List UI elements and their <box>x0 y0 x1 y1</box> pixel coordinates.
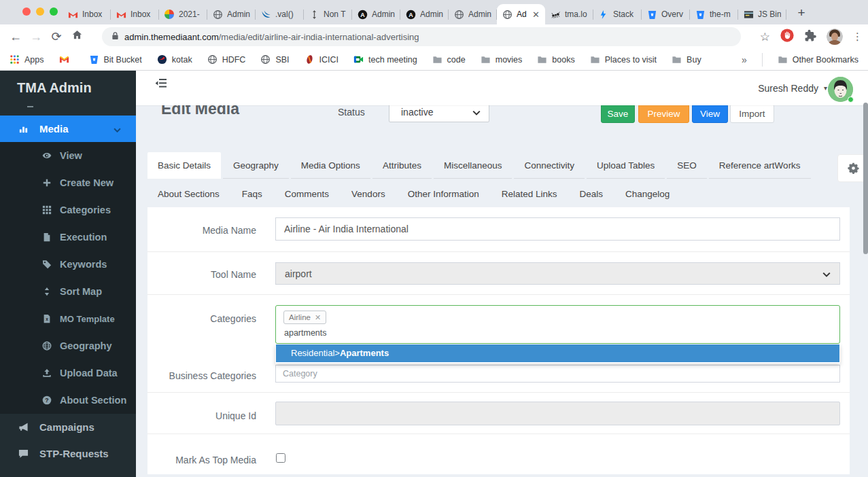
megaphone-icon <box>18 422 29 433</box>
tab-comments[interactable]: Comments <box>275 181 339 207</box>
browser-tab[interactable]: Stack <box>593 4 642 24</box>
sidebar-item-categories[interactable]: Categories <box>0 196 136 224</box>
tab-attributes[interactable]: Attributes <box>372 152 432 179</box>
bookmark-sbi[interactable]: SBI <box>260 54 289 65</box>
tab-deals[interactable]: Deals <box>570 181 614 207</box>
bookmark-folder-books[interactable]: books <box>537 54 574 65</box>
sidebar-item-sort-map[interactable]: Sort Map <box>0 278 136 305</box>
bookmark-hdfc[interactable]: HDFC <box>207 54 246 65</box>
user-menu[interactable]: Suresh Reddy ▾ <box>758 71 827 105</box>
close-window-button[interactable] <box>22 7 31 16</box>
page-scrollbar-thumb[interactable] <box>863 103 868 254</box>
browser-tab[interactable]: the-m <box>690 4 738 24</box>
tab-about-sections[interactable]: About Sections <box>147 181 230 207</box>
browser-tab-active[interactable]: Ad ✕ <box>497 4 545 24</box>
extensions-puzzle-icon[interactable] <box>804 29 817 45</box>
tab-faqs[interactable]: Faqs <box>232 181 273 207</box>
bookmark-bitbucket[interactable]: Bit Bucket <box>89 54 142 65</box>
reload-icon[interactable]: ⟳ <box>46 29 67 44</box>
bookmark-folder-buy[interactable]: Buy <box>672 54 701 65</box>
bookmark-icici[interactable]: ICICI <box>305 54 338 65</box>
adblock-extension-icon[interactable] <box>780 28 795 46</box>
browser-menu-kebab-icon[interactable]: ⋮ <box>852 31 863 43</box>
sidebar-item-geography[interactable]: Geography <box>0 332 136 359</box>
browser-tab[interactable]: Non T <box>304 4 352 24</box>
categories-tag-input[interactable]: Airline ✕ apartments <box>275 305 840 344</box>
address-bar[interactable]: admin.themediaant.com/media/edit/airline… <box>102 27 741 46</box>
suggestion-option[interactable]: Residential>Apartments <box>276 344 839 362</box>
tab-geography[interactable]: Geography <box>223 152 289 179</box>
maximize-window-button[interactable] <box>50 7 58 16</box>
mark-as-top-media-checkbox[interactable] <box>276 453 285 463</box>
tab-media-options[interactable]: Media Options <box>291 152 370 179</box>
sidebar-item-view[interactable]: View <box>0 142 136 169</box>
tab-seo[interactable]: SEO <box>667 152 707 179</box>
bookmark-folder-places[interactable]: Places to visit <box>590 54 657 65</box>
minimize-window-button[interactable] <box>36 7 44 16</box>
tab-upload-tables[interactable]: Upload Tables <box>587 152 665 179</box>
sidebar-item-upload-data[interactable]: Upload Data <box>0 359 136 387</box>
tool-name-select[interactable]: airport <box>275 262 840 285</box>
tab-other-information[interactable]: Other Information <box>398 181 489 207</box>
sidebar-item-media[interactable]: Media <box>0 116 136 142</box>
bookmark-folder-code[interactable]: code <box>432 54 466 65</box>
bookmark-gmail[interactable] <box>59 54 74 65</box>
bitbucket-icon <box>695 10 706 20</box>
home-icon[interactable] <box>67 29 87 44</box>
browser-tab[interactable]: Inbox <box>63 4 111 24</box>
sidebar-item-stp-requests[interactable]: STP-Requests <box>0 440 136 467</box>
sidebar-item-create-new[interactable]: Create New <box>0 169 136 196</box>
browser-tab[interactable]: A Admin <box>400 4 449 24</box>
bookmarks-overflow-chevron[interactable]: » <box>742 54 747 65</box>
google-photos-icon <box>164 10 175 20</box>
tab-connectivity[interactable]: Connectivity <box>514 152 585 179</box>
browser-tab[interactable]: Overv <box>642 4 690 24</box>
status-label: Status <box>338 107 365 118</box>
kotak-icon <box>157 54 167 65</box>
back-icon[interactable]: ← <box>5 30 26 44</box>
sidebar-item-mo-template[interactable]: x MO Template <box>0 305 136 332</box>
browser-profile-avatar[interactable] <box>827 29 843 45</box>
tab-vendors[interactable]: Vendors <box>341 181 396 207</box>
browser-tab[interactable]: Admin <box>449 4 497 24</box>
tab-changelog[interactable]: Changelog <box>615 181 680 207</box>
browser-tab[interactable]: tma.lo <box>545 4 593 24</box>
save-button[interactable]: Save <box>601 104 635 123</box>
tab-basic-details[interactable]: Basic Details <box>147 152 221 179</box>
bookmark-kotak[interactable]: kotak <box>157 54 192 65</box>
browser-tab[interactable]: Admin <box>207 4 256 24</box>
sidebar-toggle-icon[interactable] <box>155 78 167 88</box>
new-tab-button[interactable]: + <box>792 3 811 22</box>
forward-icon[interactable]: → <box>26 30 46 44</box>
bookmark-folder-movies[interactable]: movies <box>481 54 523 65</box>
remove-tag-icon[interactable]: ✕ <box>315 313 321 322</box>
media-name-input[interactable] <box>275 217 840 241</box>
online-status-dot <box>848 96 854 103</box>
tab-miscellaneous[interactable]: Miscellaneous <box>434 152 513 179</box>
browser-tab[interactable]: A Admin <box>352 4 400 24</box>
business-categories-input[interactable] <box>275 365 840 383</box>
view-button[interactable]: View <box>692 104 728 123</box>
tab-related-links[interactable]: Related Links <box>491 181 568 207</box>
browser-tab[interactable]: Inbox <box>111 4 159 24</box>
apps-grid-icon <box>10 54 20 65</box>
browser-tab[interactable]: JS Bin <box>738 4 786 24</box>
bookmark-apps[interactable]: Apps <box>10 54 44 65</box>
folder-icon <box>537 54 547 65</box>
close-tab-icon[interactable]: ✕ <box>532 10 540 19</box>
import-button[interactable]: Import <box>730 104 774 123</box>
bookmark-tech-meeting[interactable]: tech meeting <box>353 54 417 65</box>
bookmark-star-icon[interactable]: ☆ <box>760 30 770 44</box>
caret-down-icon: ▾ <box>824 84 827 92</box>
sidebar-item-campaigns[interactable]: Campaigns <box>0 414 136 440</box>
other-bookmarks[interactable]: Other Bookmarks <box>778 54 858 65</box>
chevron-down-icon <box>114 123 121 135</box>
sidebar-item-execution[interactable]: Execution <box>0 224 136 251</box>
tab-reference-artworks[interactable]: Reference artWorks <box>709 152 811 179</box>
preview-button[interactable]: Preview <box>638 104 689 123</box>
browser-tab[interactable]: 2021- <box>159 4 207 24</box>
sidebar-item-keywords[interactable]: Keywords <box>0 251 136 278</box>
chevron-down-icon <box>822 268 831 279</box>
browser-tab[interactable]: .val() <box>256 4 304 24</box>
sidebar-item-about-section[interactable]: ? About Section <box>0 387 136 414</box>
